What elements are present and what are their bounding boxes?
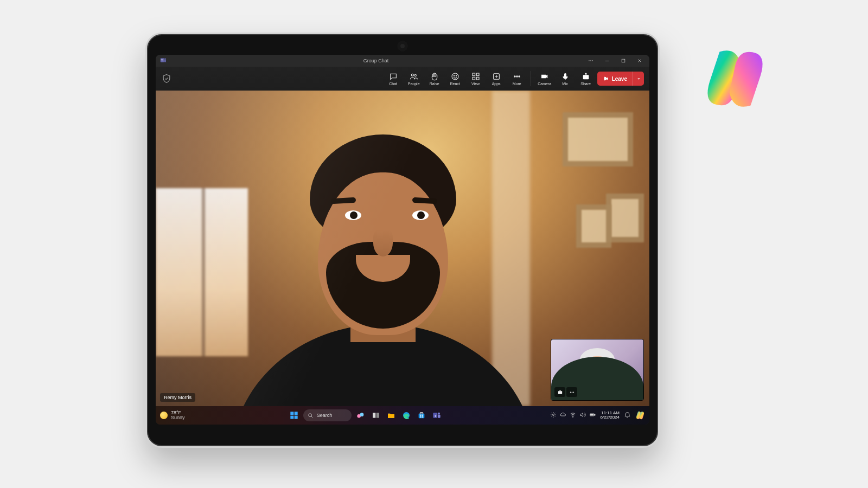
svg-rect-7 xyxy=(605,61,609,61)
wall-frame xyxy=(606,194,644,242)
wall-frame xyxy=(563,112,633,166)
room-window xyxy=(156,188,248,356)
edge-icon xyxy=(402,411,411,420)
windows-icon xyxy=(290,411,298,420)
taskbar-clock[interactable]: 11:11 AM 6/22/2024 xyxy=(600,411,620,420)
tray-onedrive-icon[interactable] xyxy=(560,412,566,419)
taskbar-app-widgets[interactable] xyxy=(355,409,367,421)
weather-widget[interactable]: 78°F Sunny xyxy=(160,410,185,421)
taskbar-app-store[interactable] xyxy=(416,409,427,421)
taskbar-search[interactable]: Search xyxy=(303,409,352,421)
minimize-button[interactable] xyxy=(602,56,612,65)
svg-rect-52 xyxy=(595,414,595,415)
camera-label: Camera xyxy=(538,82,551,86)
svg-point-32 xyxy=(309,413,312,416)
security-shield-icon[interactable] xyxy=(161,73,172,84)
svg-point-4 xyxy=(589,60,590,61)
more-options-button[interactable] xyxy=(585,56,596,65)
svg-text:T: T xyxy=(435,414,437,418)
taskbar-copilot-button[interactable] xyxy=(635,410,645,420)
apps-icon xyxy=(492,72,501,81)
leave-caret-button[interactable] xyxy=(633,72,644,86)
view-icon xyxy=(471,72,481,81)
svg-rect-47 xyxy=(438,415,441,418)
share-button[interactable]: Share xyxy=(577,70,595,87)
taskbar-app-taskview[interactable] xyxy=(370,409,382,421)
react-button[interactable]: React xyxy=(446,70,464,87)
participant-eye xyxy=(345,210,361,220)
tray-volume-icon[interactable] xyxy=(579,412,586,419)
participant-brow xyxy=(412,197,437,204)
pip-switch-camera-button[interactable] xyxy=(554,387,565,397)
room-door xyxy=(492,91,530,406)
teams-icon: T xyxy=(432,411,441,420)
share-label: Share xyxy=(580,82,591,86)
window-titlebar: T Group Chat xyxy=(156,55,649,67)
svg-point-34 xyxy=(360,413,364,416)
taskbar-app-explorer[interactable] xyxy=(385,409,397,421)
camera-icon xyxy=(540,72,550,81)
people-icon xyxy=(409,72,419,81)
toolbar-divider xyxy=(531,71,531,86)
self-preview-pip[interactable] xyxy=(551,339,644,401)
svg-rect-8 xyxy=(622,59,625,62)
close-button[interactable] xyxy=(634,56,645,65)
copilot-logo xyxy=(700,43,770,114)
taskbar-app-teams[interactable]: T xyxy=(431,409,443,421)
svg-rect-40 xyxy=(420,413,423,414)
svg-point-9 xyxy=(411,74,413,76)
svg-rect-15 xyxy=(476,73,479,76)
leave-button[interactable]: Leave xyxy=(597,72,644,86)
svg-point-10 xyxy=(414,74,416,76)
svg-rect-36 xyxy=(376,413,379,418)
mic-button[interactable]: Mic xyxy=(556,70,575,87)
device-camera-dot xyxy=(400,44,405,48)
apps-button[interactable]: Apps xyxy=(487,70,506,87)
store-icon xyxy=(417,411,426,420)
svg-point-13 xyxy=(456,75,456,76)
chat-label: Chat xyxy=(389,82,397,86)
share-icon xyxy=(581,72,591,81)
meeting-toolbar: Chat People Raise React xyxy=(156,67,649,91)
weather-condition: Sunny xyxy=(171,415,185,420)
widgets-icon xyxy=(356,411,365,420)
tray-notification-icon[interactable] xyxy=(624,412,631,420)
svg-point-11 xyxy=(452,73,458,80)
camera-button[interactable]: Camera xyxy=(535,70,554,87)
svg-rect-2 xyxy=(164,60,166,62)
svg-rect-43 xyxy=(420,416,422,418)
start-button[interactable] xyxy=(288,409,300,421)
people-button[interactable]: People xyxy=(405,70,423,87)
svg-point-5 xyxy=(590,60,591,61)
svg-point-46 xyxy=(438,413,440,415)
svg-rect-41 xyxy=(420,415,422,416)
main-video-stream: Remy Morris xyxy=(156,91,649,406)
svg-point-26 xyxy=(571,391,572,393)
tray-battery-icon[interactable] xyxy=(589,412,596,419)
taskbar-app-edge[interactable] xyxy=(400,409,412,421)
tray-wifi-icon[interactable] xyxy=(570,412,576,419)
raise-hand-icon xyxy=(430,72,439,81)
pip-more-button[interactable] xyxy=(566,387,577,397)
raise-hand-button[interactable]: Raise xyxy=(425,70,444,87)
windows-taskbar: 78°F Sunny Search xyxy=(156,406,649,425)
taskview-icon xyxy=(372,411,380,420)
svg-rect-29 xyxy=(294,412,297,415)
svg-rect-16 xyxy=(473,77,475,80)
view-button[interactable]: View xyxy=(467,70,485,87)
more-button[interactable]: More xyxy=(508,70,526,87)
maximize-button[interactable] xyxy=(618,56,629,65)
window-title: Group Chat xyxy=(363,58,389,63)
clock-date: 6/22/2024 xyxy=(600,415,620,420)
svg-point-19 xyxy=(514,76,515,77)
tablet-device: T Group Chat xyxy=(145,33,660,448)
tray-settings-icon[interactable] xyxy=(550,412,557,419)
svg-point-50 xyxy=(573,417,573,418)
people-label: People xyxy=(408,82,420,86)
taskbar-search-placeholder: Search xyxy=(317,413,333,418)
participant-nose xyxy=(373,229,393,256)
svg-rect-42 xyxy=(422,415,423,416)
chat-button[interactable]: Chat xyxy=(384,70,403,87)
svg-rect-17 xyxy=(476,77,479,80)
svg-point-27 xyxy=(573,391,574,393)
